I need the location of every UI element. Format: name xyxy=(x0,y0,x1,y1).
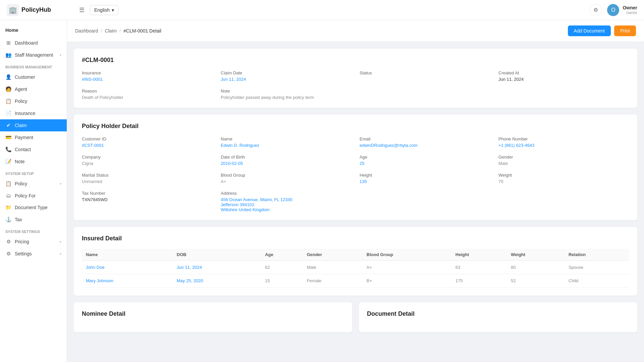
sidebar-item-dashboard[interactable]: ⊞ Dashboard xyxy=(0,37,67,49)
sidebar-item-agent[interactable]: 🧑 Agent xyxy=(0,83,67,95)
language-label: English xyxy=(94,7,110,13)
insured-card: Insured Detail Name DOB Age Gender Blood… xyxy=(74,227,637,296)
col-blood-group: Blood Group xyxy=(363,249,451,261)
section-label-business: Business Management xyxy=(0,61,67,71)
topbar-left: 🏢 PolicyHub ☰ English ▾ xyxy=(7,4,118,16)
table-row: John DoeJun 11, 202462MaleA+6380Spouse xyxy=(82,261,629,274)
sidebar-label-contact: Contact xyxy=(15,147,61,152)
add-document-button[interactable]: Add Document xyxy=(568,25,611,36)
col-weight: Weight xyxy=(507,249,565,261)
sidebar-label-settings: Settings xyxy=(15,251,56,256)
claim-card: #CLM-0001 Insurance #INS-0001 Claim Date… xyxy=(74,49,637,108)
ph-value-age: 25 xyxy=(360,161,490,166)
bottom-row: Nominee Detail Document Detail xyxy=(74,302,637,332)
sidebar-label-policy: Policy xyxy=(15,99,61,104)
ph-value-address: 456 Ocean Avenue, Miami, FL 12345 Jeffer… xyxy=(221,197,629,212)
sidebar-label-staff: Staff Management xyxy=(15,52,56,58)
sidebar-item-settings[interactable]: ⚙ Settings ▾ xyxy=(0,248,67,260)
ph-field-weight: Weight 70 xyxy=(498,173,629,184)
ph-label-tax: Tax Number xyxy=(82,191,213,196)
language-select[interactable]: English ▾ xyxy=(90,5,118,15)
ph-value-email: edwinDRodriguez@rhyta.com xyxy=(360,143,490,148)
sidebar-home-label: Home xyxy=(0,25,67,37)
breadcrumb-claim[interactable]: Claim xyxy=(105,28,117,34)
print-button[interactable]: Print xyxy=(614,25,636,36)
ph-value-phone: +1 (861) 623-4643 xyxy=(498,143,629,148)
col-dob: DOB xyxy=(173,249,261,261)
content-area: #CLM-0001 Insurance #INS-0001 Claim Date… xyxy=(67,42,644,339)
dashboard-icon: ⊞ xyxy=(5,40,11,46)
claim-field-status: Status xyxy=(360,70,490,82)
claim-label-reason: Reason xyxy=(82,88,213,94)
claim-value-date: Jun 11, 2024 xyxy=(221,77,352,82)
staff-icon: 👥 xyxy=(5,52,11,58)
table-row: Mary JohnsonMay 25, 202015FemaleB+17552C… xyxy=(82,274,629,288)
sidebar-item-payment[interactable]: 💳 Payment xyxy=(0,131,67,143)
sidebar-label-note: Note xyxy=(15,159,61,164)
tax-icon: ⚓ xyxy=(5,217,11,223)
ph-label-dob: Date of Birth xyxy=(221,155,352,160)
claim-field-reason: Reason Death of Policyholder xyxy=(82,88,213,100)
hamburger-icon[interactable]: ☰ xyxy=(79,6,85,14)
ph-field-marital: Marital Status Unmarried xyxy=(82,173,213,184)
sidebar-item-policy[interactable]: 📋 Policy xyxy=(0,95,67,107)
ph-field-customerid: Customer ID #CST-0001 xyxy=(82,136,213,148)
sidebar-item-contact[interactable]: 📞 Contact xyxy=(0,143,67,156)
claim-field-note: Note Policyholder passed away during the… xyxy=(221,88,629,100)
logo-area: 🏢 PolicyHub xyxy=(7,4,74,16)
claim-label-created: Created At xyxy=(498,70,629,75)
sidebar-item-document-type[interactable]: 📁 Document Type xyxy=(0,201,67,214)
sidebar-label-policy-sys: Policy xyxy=(15,181,56,186)
insured-table: Name DOB Age Gender Blood Group Height W… xyxy=(82,249,629,288)
topbar-right: ⚙ O Owner owner xyxy=(590,4,637,16)
claim-value-reason: Death of Policyholder xyxy=(82,95,213,100)
avatar: O xyxy=(607,4,619,16)
ph-field-phone: Phone Number +1 (861) 623-4643 xyxy=(498,136,629,148)
logo-icon: 🏢 xyxy=(7,4,19,16)
col-height: Height xyxy=(451,249,507,261)
user-info: Owner owner xyxy=(623,5,637,15)
sidebar-item-claim[interactable]: ✔ Claim xyxy=(0,119,67,131)
user-area[interactable]: O Owner owner xyxy=(607,4,637,16)
ph-label-blood: Blood Group xyxy=(221,173,352,178)
claim-detail-grid: Insurance #INS-0001 Claim Date Jun 11, 2… xyxy=(82,70,629,100)
ph-value-marital: Unmarried xyxy=(82,179,213,184)
claim-field-created: Created At Jun 11, 2024 xyxy=(498,70,629,82)
claim-label-note: Note xyxy=(221,88,629,94)
sidebar: Home ⊞ Dashboard 👥 Staff Management ▾ Bu… xyxy=(0,20,67,362)
sidebar-item-tax[interactable]: ⚓ Tax xyxy=(0,214,67,226)
ph-value-gender: Male xyxy=(498,161,629,166)
breadcrumb-actions: Add Document Print xyxy=(568,25,636,36)
breadcrumb-sep-2: / xyxy=(119,28,121,34)
section-label-system-setup: System Setup xyxy=(0,168,67,178)
sidebar-item-insurance[interactable]: 📄 Insurance xyxy=(0,107,67,119)
sidebar-item-policy-sys[interactable]: 📋 Policy ▾ xyxy=(0,178,67,190)
sidebar-item-policy-for[interactable]: 🗂 Policy For xyxy=(0,190,67,201)
sidebar-item-customer[interactable]: 👤 Customer xyxy=(0,71,67,83)
ph-value-height: 135 xyxy=(360,179,490,184)
sidebar-label-policy-for: Policy For xyxy=(15,193,61,198)
ph-label-company: Company xyxy=(82,155,213,160)
agent-icon: 🧑 xyxy=(5,86,11,92)
ph-label-marital: Marital Status xyxy=(82,173,213,178)
insurance-icon: 📄 xyxy=(5,110,11,116)
col-relation: Relation xyxy=(565,249,629,261)
breadcrumb-dashboard[interactable]: Dashboard xyxy=(75,28,98,34)
ph-label-height: Height xyxy=(360,173,490,178)
claim-icon: ✔ xyxy=(5,122,11,128)
breadcrumb-current: #CLM-0001 Detail xyxy=(123,28,161,34)
insured-title: Insured Detail xyxy=(82,235,629,242)
sidebar-label-claim: Claim xyxy=(15,123,61,128)
document-type-icon: 📁 xyxy=(5,204,11,210)
document-detail-card: Document Detail xyxy=(359,302,637,332)
payment-icon: 💳 xyxy=(5,134,11,140)
sidebar-item-staff-management[interactable]: 👥 Staff Management ▾ xyxy=(0,49,67,61)
sidebar-item-note[interactable]: 📝 Note xyxy=(0,156,67,168)
settings-icon[interactable]: ⚙ xyxy=(590,4,602,16)
ph-field-name: Name Edwin D. Rodriguez xyxy=(221,136,352,148)
note-icon: 📝 xyxy=(5,159,11,165)
sidebar-item-pricing[interactable]: ⚙ Pricing ▾ xyxy=(0,236,67,248)
ph-field-address: Address 456 Ocean Avenue, Miami, FL 1234… xyxy=(221,191,629,212)
ph-label-gender: Gender xyxy=(498,155,629,160)
ph-label-address: Address xyxy=(221,191,629,196)
